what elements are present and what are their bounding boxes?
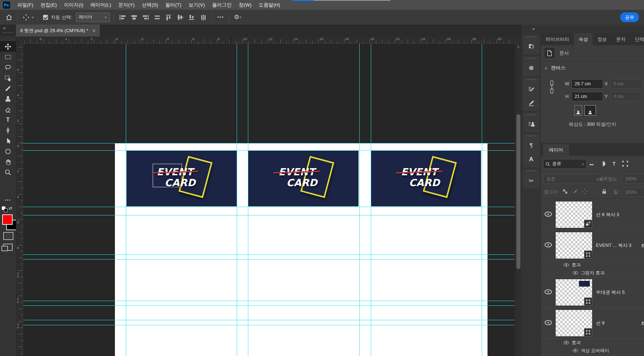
top-ruler[interactable]: 642024681012141618202224262830 <box>23 37 515 44</box>
menu-item[interactable]: 플러그인 <box>209 0 235 10</box>
menu-item[interactable]: 필터(T) <box>162 0 185 10</box>
tool-ellipse[interactable] <box>0 146 16 156</box>
layer-thumbnail[interactable] <box>555 279 592 306</box>
layer-thumbnail[interactable] <box>555 232 592 259</box>
vertical-scrollbar[interactable]: ∧ <box>515 44 522 356</box>
toolbar-grip[interactable] <box>3 32 13 33</box>
orientation-landscape-button[interactable] <box>584 105 596 116</box>
navigator-panel-icon[interactable]: ☸ <box>526 64 537 72</box>
y-field[interactable]: 0 cm <box>610 92 642 101</box>
more-options-icon[interactable]: ••• <box>216 13 226 22</box>
filter-shape-icon[interactable] <box>621 160 630 168</box>
clone-source-panel-icon[interactable] <box>526 120 537 129</box>
tool-brush[interactable] <box>0 83 16 94</box>
move-tool-icon[interactable] <box>21 13 31 22</box>
brushes-panel-icon[interactable] <box>526 99 537 107</box>
align-top-icon[interactable] <box>164 13 174 22</box>
visibility-eye-icon[interactable] <box>545 289 552 296</box>
layer-filter-dropdown[interactable]: 종류 ∨ <box>543 159 587 169</box>
align-left-icon[interactable] <box>117 13 128 22</box>
toolbar-collapse-icon[interactable]: » <box>3 26 6 31</box>
lock-pixels-icon[interactable] <box>572 188 578 195</box>
menu-item[interactable]: 선택(S) <box>138 0 162 10</box>
menu-item[interactable]: 레이어(L) <box>87 0 115 10</box>
layer-name[interactable]: 우대권 복사 5 <box>596 289 624 296</box>
visibility-eye-icon[interactable] <box>573 349 578 352</box>
layer-thumbnail[interactable] <box>555 201 592 228</box>
filter-adjustment-icon[interactable] <box>598 160 607 168</box>
visibility-eye-icon[interactable] <box>545 212 552 218</box>
layer-row[interactable]: 선 9fx <box>541 308 644 339</box>
lock-all-icon[interactable] <box>601 188 607 195</box>
menu-item[interactable]: 도움말(H) <box>255 0 284 10</box>
chevron-down-icon[interactable]: ∨ <box>31 16 34 19</box>
visibility-eye-icon[interactable] <box>564 263 569 267</box>
align-center-horizontal-icon[interactable] <box>129 13 139 22</box>
scrollbar-thumb[interactable] <box>516 114 520 269</box>
tool-move[interactable] <box>0 41 16 52</box>
lock-artboard-icon[interactable] <box>591 188 598 195</box>
glyphs-panel-icon[interactable]: A <box>526 155 537 164</box>
document-canvas[interactable]: EVENTCARDEVENTCARDEVENTCARD <box>23 44 515 356</box>
lock-transparency-icon[interactable] <box>562 188 568 195</box>
x-field[interactable]: 0 cm <box>610 79 642 89</box>
screen-mode-button[interactable] <box>3 244 13 251</box>
left-ruler[interactable]: 64202468101214 <box>16 44 23 356</box>
tool-hand[interactable] <box>0 156 16 167</box>
tool-lasso[interactable] <box>0 62 16 73</box>
align-center-vertical-icon[interactable] <box>175 13 185 22</box>
gear-icon[interactable]: ⚙∨ <box>233 13 242 22</box>
tab-properties-active[interactable]: 속성 <box>574 33 593 45</box>
canvas-section-header[interactable]: ∨ 캔버스 <box>545 65 566 71</box>
distribute-vertical-icon[interactable] <box>198 13 209 22</box>
tab-panel[interactable]: 라이브러리 <box>541 33 574 45</box>
layer-row[interactable]: EVENT ... 복사 3fx <box>541 230 644 261</box>
layer-thumbnail[interactable] <box>555 310 592 336</box>
tool-pen[interactable] <box>0 125 16 136</box>
share-button[interactable]: 공유 <box>620 12 639 22</box>
menu-item[interactable]: 문자(Y) <box>115 0 138 10</box>
visibility-eye-icon[interactable] <box>564 341 569 344</box>
opacity-field[interactable]: 100% <box>622 174 644 184</box>
fill-field[interactable]: 100% <box>622 188 644 197</box>
layer-name[interactable]: 선 6 복사 3 <box>596 211 619 218</box>
visibility-eye-icon[interactable] <box>545 243 552 249</box>
foreground-color-swatch[interactable] <box>2 214 13 225</box>
auto-select-checkbox[interactable] <box>43 15 48 20</box>
visibility-eye-icon[interactable] <box>545 320 552 326</box>
scroll-up-icon[interactable]: ∧ <box>515 45 522 49</box>
align-right-icon[interactable] <box>141 13 151 22</box>
fx-badge[interactable]: fx <box>641 321 644 326</box>
tab-panel[interactable]: 정보 <box>593 33 611 45</box>
document-tab[interactable]: 8 뒷면.psd @ 29.4% (CMYK/8) * × <box>16 25 100 37</box>
tool-type[interactable]: T <box>0 115 16 125</box>
blend-mode-dropdown[interactable]: 표준 ∨ <box>543 174 602 184</box>
layer-effect-row[interactable]: 색상 오버레이 <box>541 347 644 355</box>
menu-item[interactable]: 이미지(I) <box>60 0 87 10</box>
swap-colors-icon[interactable]: ⇄ <box>9 206 12 211</box>
history-panel-icon[interactable] <box>526 42 537 51</box>
layer-effect-row[interactable]: 효과 <box>541 339 644 347</box>
auto-select-dropdown[interactable]: 레이어 ∨ <box>76 13 110 22</box>
distribute-horizontal-icon[interactable] <box>152 13 162 22</box>
quick-mask-button[interactable] <box>3 232 13 240</box>
layer-name[interactable]: 선 9 <box>596 320 605 326</box>
menu-item[interactable]: 편집(E) <box>37 0 60 10</box>
layer-row[interactable]: 선 6 복사 3 <box>541 200 644 230</box>
filter-smart-object-icon[interactable] <box>632 160 641 168</box>
panels-collapse-icon[interactable]: « <box>532 26 535 31</box>
filter-type-icon[interactable]: T <box>610 160 618 168</box>
lock-position-icon[interactable] <box>581 188 588 195</box>
align-bottom-icon[interactable] <box>187 13 197 22</box>
filter-image-icon[interactable] <box>587 160 596 168</box>
menu-item[interactable]: 보기(V) <box>185 0 209 10</box>
tool-eraser[interactable] <box>0 104 16 115</box>
tool-clone-stamp[interactable] <box>0 94 16 104</box>
close-icon[interactable]: × <box>93 28 95 34</box>
link-dimensions-icon[interactable] <box>549 80 555 94</box>
orientation-portrait-button[interactable] <box>574 105 582 116</box>
tab-panel[interactable]: 단락 <box>630 33 644 45</box>
layer-row[interactable]: 우대권 복사 5 <box>541 277 644 308</box>
brush-settings-panel-icon[interactable] <box>526 85 537 94</box>
layer-name[interactable]: EVENT ... 복사 3 <box>596 242 631 249</box>
